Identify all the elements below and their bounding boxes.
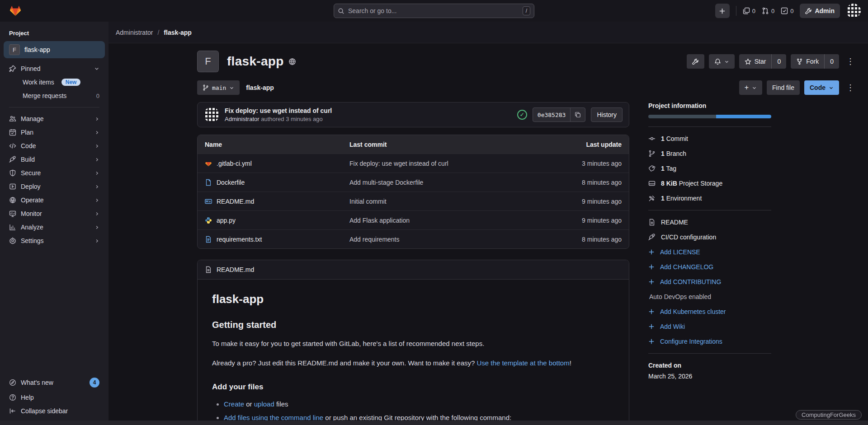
find-file-button[interactable]: Find file: [767, 80, 800, 95]
issues-counter[interactable]: 0: [743, 7, 755, 14]
sidebar-item-project[interactable]: F flask-app: [4, 41, 105, 58]
readme-heading-getting-started: Getting started: [212, 320, 614, 330]
branch-selector[interactable]: main: [197, 80, 240, 95]
file-commit-link[interactable]: Add requirements: [349, 236, 549, 243]
commit-sha[interactable]: 0e385283: [533, 108, 571, 121]
sidebar-item-analyze[interactable]: Analyze: [4, 220, 105, 234]
create-link[interactable]: Create: [224, 400, 244, 408]
cicd-configuration-link[interactable]: CI/CD configuration: [648, 234, 771, 241]
configure-integrations-link[interactable]: Configure Integrations: [648, 338, 771, 345]
table-row[interactable]: README.md Initial commit 9 minutes ago: [198, 191, 629, 210]
sidebar-item-plan[interactable]: Plan: [4, 126, 105, 139]
readme-header[interactable]: README.md: [198, 260, 629, 280]
star-count[interactable]: 0: [772, 54, 786, 69]
sidebar-item-secure[interactable]: Secure: [4, 166, 105, 180]
stat-storage[interactable]: 8 KiB Project Storage: [648, 180, 771, 187]
history-button[interactable]: History: [591, 107, 623, 122]
table-row[interactable]: requirements.txt Add requirements 8 minu…: [198, 229, 629, 248]
breadcrumb-parent[interactable]: Administrator: [116, 29, 153, 36]
table-row[interactable]: Dockerfile Add multi-stage Dockerfile 8 …: [198, 173, 629, 191]
commit-sha-group: 0e385283: [533, 107, 586, 122]
chevron-right-icon: [94, 171, 99, 176]
chevron-down-icon: [752, 85, 757, 90]
language-bar[interactable]: [648, 115, 771, 118]
sidebar-item-manage[interactable]: Manage: [4, 112, 105, 126]
repo-options-kebab[interactable]: ⋮: [844, 83, 857, 93]
add-contributing-link[interactable]: Add CONTRIBUTING: [648, 278, 771, 285]
sidebar-item-pinned[interactable]: Pinned: [4, 62, 105, 75]
sidebar-item-monitor[interactable]: Monitor: [4, 207, 105, 220]
todos-counter[interactable]: 0: [781, 7, 793, 14]
sidebar-item-build[interactable]: Build: [4, 153, 105, 166]
whats-new-item[interactable]: What's new 4: [4, 374, 105, 391]
star-button[interactable]: Star: [739, 54, 772, 69]
add-license-link[interactable]: Add LICENSE: [648, 248, 771, 256]
chevron-right-icon: [94, 117, 99, 121]
table-row[interactable]: app.py Add Flask application 9 minutes a…: [198, 210, 629, 229]
sidebar-item-deploy[interactable]: Deploy: [4, 180, 105, 193]
add-file-dropdown[interactable]: +: [739, 80, 762, 95]
collapse-sidebar-item[interactable]: Collapse sidebar: [4, 404, 105, 418]
file-name-link[interactable]: README.md: [217, 198, 254, 205]
commit-message-link[interactable]: Fix deploy: use wget instead of curl: [225, 107, 332, 114]
copy-sha-button[interactable]: [570, 108, 585, 121]
readme-paragraph: Already a pro? Just edit this README.md …: [212, 358, 614, 369]
fork-button[interactable]: Fork: [791, 54, 824, 69]
readme-shortcut[interactable]: README: [648, 219, 771, 226]
file-commit-link[interactable]: Add Flask application: [349, 217, 549, 224]
admin-button[interactable]: Admin: [800, 4, 840, 18]
stat-environments[interactable]: 1 Environment: [648, 195, 771, 202]
stat-branches[interactable]: 1 Branch: [648, 150, 771, 157]
sidebar-item-code[interactable]: Code: [4, 139, 105, 153]
file-name-link[interactable]: requirements.txt: [217, 236, 262, 243]
breadcrumb-current[interactable]: flask-app: [164, 29, 191, 36]
project-settings-wrench-button[interactable]: [687, 54, 704, 69]
help-item[interactable]: Help: [4, 391, 105, 404]
sidebar-item-merge-requests[interactable]: Merge requests 0: [4, 89, 105, 103]
file-name-link[interactable]: .gitlab-ci.yml: [217, 160, 252, 167]
commit-author[interactable]: Administrator: [225, 116, 259, 122]
file-name-link[interactable]: Dockerfile: [217, 179, 245, 186]
add-kubernetes-link[interactable]: Add Kubernetes cluster: [648, 308, 771, 315]
file-commit-link[interactable]: Initial commit: [349, 198, 549, 205]
text-file-icon: [205, 236, 212, 243]
add-changelog-link[interactable]: Add CHANGELOG: [648, 263, 771, 271]
create-new-button[interactable]: [715, 4, 730, 18]
gitlab-logo-icon[interactable]: [9, 5, 22, 17]
divider: [648, 126, 771, 127]
chevron-right-icon: [94, 144, 99, 149]
code-dropdown-button[interactable]: Code: [804, 80, 839, 95]
stat-commits[interactable]: 1 Commit: [648, 135, 771, 142]
sidebar-item-work-items[interactable]: Work items New: [4, 75, 105, 89]
project-options-kebab[interactable]: ⋮: [844, 56, 857, 66]
command-line-link[interactable]: Add files using the command line: [224, 414, 323, 421]
sidebar-item-settings[interactable]: Settings: [4, 234, 105, 248]
help-icon: [9, 394, 16, 401]
notifications-button[interactable]: [709, 54, 735, 69]
merge-request-icon: [762, 7, 769, 14]
plus-icon: [648, 249, 655, 255]
last-update-header[interactable]: Last update: [549, 141, 622, 148]
table-row[interactable]: .gitlab-ci.yml Fix deploy: use wget inst…: [198, 154, 629, 173]
search-input[interactable]: Search or go to... /: [334, 4, 534, 18]
rocket-icon: [648, 234, 656, 241]
stat-tags[interactable]: 1 Tag: [648, 165, 771, 172]
wrench-icon: [805, 8, 812, 14]
user-avatar[interactable]: [846, 4, 861, 18]
merge-requests-counter[interactable]: 0: [762, 7, 774, 14]
add-wiki-link[interactable]: Add Wiki: [648, 323, 771, 330]
template-link[interactable]: Use the template at the bottom: [477, 359, 570, 367]
file-commit-link[interactable]: Fix deploy: use wget instead of curl: [349, 160, 549, 167]
file-name-link[interactable]: app.py: [217, 217, 236, 224]
shield-icon: [9, 169, 16, 177]
sidebar-item-operate[interactable]: Operate: [4, 193, 105, 207]
topbar-divider: [736, 6, 736, 16]
breadcrumb-separator: /: [157, 29, 159, 36]
commit-author-avatar[interactable]: [204, 107, 219, 122]
bottom-scrollbar-strip[interactable]: [0, 420, 868, 425]
fork-count[interactable]: 0: [825, 54, 839, 69]
list-item: Create or upload files: [224, 399, 614, 410]
pipeline-status-icon[interactable]: ✓: [517, 110, 527, 120]
file-commit-link[interactable]: Add multi-stage Dockerfile: [349, 179, 549, 186]
upload-link[interactable]: upload: [254, 400, 274, 408]
